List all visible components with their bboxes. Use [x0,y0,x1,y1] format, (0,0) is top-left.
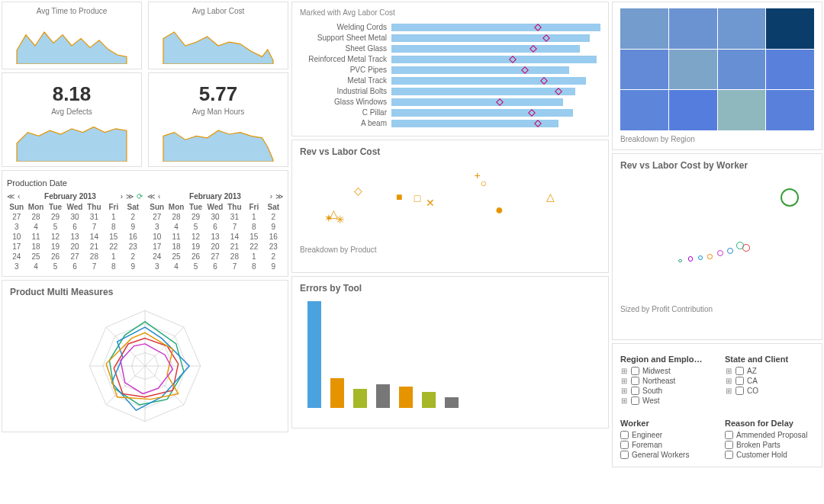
calendar-day[interactable]: 3 [7,262,26,271]
calendar-day[interactable]: 11 [166,232,185,242]
calendar-day[interactable]: 24 [147,252,166,262]
cal-prev-year-icon[interactable]: ≪ [147,192,155,201]
calendar-day[interactable]: 9 [124,222,143,232]
calendar-day[interactable]: 22 [244,242,263,252]
calendar-day[interactable]: 7 [225,262,244,271]
calendar-day[interactable]: 15 [244,232,263,242]
calendar-day[interactable]: 17 [147,242,166,252]
calendar-day[interactable]: 13 [205,232,224,242]
calendar-day[interactable]: 10 [7,232,26,242]
calendar-day[interactable]: 9 [264,262,283,271]
calendar-day[interactable]: 5 [186,262,205,271]
calendar-day[interactable]: 6 [205,262,224,271]
filter-item[interactable]: Customer Hold [725,451,814,459]
calendar-day[interactable]: 26 [46,252,65,262]
filter-checkbox[interactable] [735,377,744,385]
filter-item[interactable]: Foreman [620,441,710,449]
calendar-left[interactable]: ≪ ‹ February 2013 › ≫ ⟳ SunMonTueWedThuF… [7,192,143,271]
calendar-day[interactable]: 23 [124,242,143,252]
calendar-day[interactable]: 24 [7,252,26,262]
calendar-day[interactable]: 30 [65,212,84,222]
calendar-day[interactable]: 27 [147,212,166,222]
filter-checkbox[interactable] [725,451,733,459]
expand-icon[interactable]: ⊞ [620,387,628,395]
calendar-day[interactable]: 1 [244,252,263,262]
calendar-day[interactable]: 29 [46,212,65,222]
calendar-day[interactable]: 7 [85,262,104,271]
calendar-day[interactable]: 7 [85,222,104,232]
calendar-day[interactable]: 10 [147,232,166,242]
filter-item[interactable]: ⊞Northeast [620,377,710,385]
filter-checkbox[interactable] [725,431,733,439]
calendar-day[interactable]: 27 [205,252,224,262]
filter-item[interactable]: General Workers [620,451,710,459]
calendar-day[interactable]: 8 [104,262,123,271]
calendar-day[interactable]: 22 [104,242,123,252]
calendar-day[interactable]: 31 [85,212,104,222]
cal-prev-year-icon[interactable]: ≪ [7,192,14,201]
calendar-day[interactable]: 1 [244,212,263,222]
calendar-day[interactable]: 5 [46,262,65,271]
calendar-day[interactable]: 21 [85,242,104,252]
calendar-day[interactable]: 19 [186,242,205,252]
calendar-day[interactable]: 28 [225,252,244,262]
calendar-day[interactable]: 4 [166,222,185,232]
filter-checkbox[interactable] [735,387,744,395]
cal-link-icon[interactable]: ⟳ [137,192,143,201]
calendar-day[interactable]: 20 [205,242,224,252]
calendar-day[interactable]: 18 [166,242,185,252]
calendar-day[interactable]: 4 [166,262,185,271]
calendar-day[interactable]: 14 [85,232,104,242]
calendar-day[interactable]: 11 [26,232,45,242]
filter-checkbox[interactable] [735,367,744,375]
calendar-day[interactable]: 9 [124,262,143,271]
calendar-day[interactable]: 17 [7,242,26,252]
calendar-day[interactable]: 6 [65,222,84,232]
filter-item[interactable]: ⊞West [620,396,710,405]
calendar-day[interactable]: 25 [166,252,185,262]
calendar-day[interactable]: 27 [65,252,84,262]
expand-icon[interactable]: ⊞ [620,367,628,375]
filter-checkbox[interactable] [631,387,639,395]
calendar-day[interactable]: 8 [104,222,123,232]
calendar-day[interactable]: 28 [85,252,104,262]
filter-item[interactable]: Ammended Proposal [725,431,814,439]
cal-next-month-icon[interactable]: › [270,192,272,201]
expand-icon[interactable]: ⊞ [620,377,628,385]
expand-icon[interactable]: ⊞ [620,396,628,405]
calendar-day[interactable]: 16 [124,232,143,242]
calendar-day[interactable]: 4 [26,222,45,232]
filter-item[interactable]: ⊞CO [725,387,814,395]
calendar-day[interactable]: 4 [26,262,45,271]
filter-checkbox[interactable] [620,441,629,449]
calendar-day[interactable]: 6 [65,262,84,271]
filter-checkbox[interactable] [620,431,629,439]
calendar-day[interactable]: 29 [186,212,205,222]
calendar-day[interactable]: 16 [264,232,283,242]
calendar-day[interactable]: 12 [46,232,65,242]
cal-prev-month-icon[interactable]: ‹ [158,192,160,201]
calendar-day[interactable]: 27 [7,212,26,222]
calendar-right[interactable]: ≪ ‹ February 2013 › ≫ SunMonTueWedThuFri… [147,192,283,271]
calendar-day[interactable]: 30 [205,212,224,222]
filters-panel[interactable]: Region and Emplo… ⊞Midwest⊞Northeast⊞Sou… [612,343,822,467]
cal-next-year-icon[interactable]: ≫ [126,192,134,201]
calendar-day[interactable]: 1 [104,252,123,262]
filter-checkbox[interactable] [620,451,629,459]
calendar-day[interactable]: 2 [124,252,143,262]
calendar-day[interactable]: 5 [46,222,65,232]
calendar-day[interactable]: 3 [147,222,166,232]
calendar-day[interactable]: 26 [186,252,205,262]
calendar-day[interactable]: 9 [264,222,283,232]
calendar-day[interactable]: 6 [205,222,224,232]
cal-prev-month-icon[interactable]: ‹ [18,192,20,201]
filter-item[interactable]: Broken Parts [725,441,814,449]
calendar-day[interactable]: 7 [225,222,244,232]
calendar-day[interactable]: 25 [26,252,45,262]
filter-checkbox[interactable] [631,377,639,385]
expand-icon[interactable]: ⊞ [725,377,732,385]
calendar-day[interactable]: 12 [186,232,205,242]
calendar-day[interactable]: 13 [65,232,84,242]
calendar-day[interactable]: 19 [46,242,65,252]
filter-item[interactable]: Engineer [620,431,710,439]
